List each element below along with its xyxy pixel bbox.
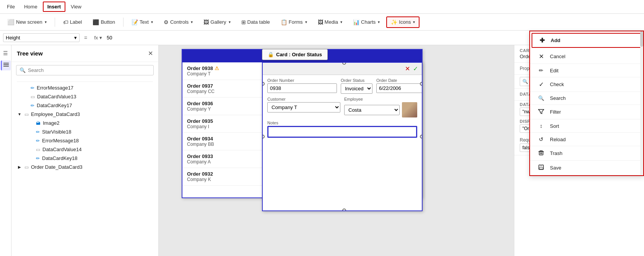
right-search-icon: 🔍 [522, 79, 528, 84]
icons-cancel-button[interactable]: ✕ Cancel [530, 49, 643, 64]
forms-btn-label: Forms [289, 19, 303, 25]
reload-icon: ↺ [537, 136, 545, 142]
search-icon: 🔍 [537, 95, 545, 101]
forms-icon: 📋 [281, 19, 287, 25]
order-status-field: Order Status Invoiced Closed Shipped New [341, 78, 372, 94]
order-date-input[interactable] [376, 83, 423, 93]
icons-check-button[interactable]: ✓ Check [530, 77, 643, 92]
employee-select[interactable]: Costa [344, 105, 400, 115]
hamburger-menu-button[interactable]: ☰ [1, 48, 11, 58]
tree-search-input[interactable] [28, 67, 150, 73]
card-icon: ▭ [24, 112, 29, 117]
gallery-button[interactable]: 🖼 Gallery ▾ [199, 17, 234, 28]
svg-rect-8 [540, 165, 542, 166]
formula-fx-button[interactable]: fx ▾ [92, 35, 104, 41]
resize-handle-bottom-mid[interactable] [342, 209, 346, 211]
icons-trash-button[interactable]: Trash [530, 146, 643, 161]
tree-item-DataCardKey17[interactable]: ✏ DataCardKey17 [11, 101, 158, 110]
trash-icon [537, 150, 545, 157]
charts-btn-label: Charts [361, 19, 376, 25]
text-button[interactable]: 📝 Text ▾ [127, 17, 157, 28]
forms-button[interactable]: 📋 Forms ▾ [276, 17, 311, 28]
icons-filter-button[interactable]: Filter [530, 105, 643, 119]
controls-chevron-icon: ▾ [191, 20, 193, 24]
resize-handle-mid-right[interactable] [420, 135, 423, 139]
order-number-input[interactable] [267, 83, 337, 93]
customer-label: Customer [267, 97, 340, 101]
charts-button[interactable]: 📊 Charts ▾ [349, 17, 384, 28]
add-icon: ✚ [538, 37, 546, 44]
button-button[interactable]: ⬛ Button [88, 17, 119, 28]
tree-item-Order-Date-DataCard3[interactable]: ▶ ▭ Order Date_DataCard3 [11, 163, 158, 171]
media-chevron-icon: ▾ [340, 20, 342, 24]
icons-button[interactable]: ✨ Icons ▾ [386, 16, 420, 28]
new-screen-label: New screen [16, 19, 42, 25]
detail-customer-row: Customer Company T Employee Costa [263, 95, 422, 119]
main-layout: ☰ Tree view ✕ 🔍 ✏ ErrorMessage17 [0, 45, 644, 256]
tree-item-StarVisible18[interactable]: ✏ StarVisible18 [11, 127, 158, 136]
tree-expand-icon: ▶ [17, 165, 22, 169]
icons-dropdown: ✚ Add ✕ Cancel ✏ Edit ✓ Check 🔍 Search F… [529, 31, 644, 176]
media-button[interactable]: 🖼 Media ▾ [314, 17, 346, 28]
formula-value[interactable]: 50 [107, 35, 112, 41]
sidebar-close-button[interactable]: ✕ [148, 50, 153, 57]
canvas-area: Northwind Orders Order 0938 ⚠ Company T … [159, 45, 514, 256]
icons-add-button[interactable]: ✚ Add [532, 33, 642, 48]
icons-save-button[interactable]: Save [530, 161, 643, 175]
edit-icon: ✏ [31, 85, 34, 91]
data-table-button[interactable]: ⊞ Data table [237, 17, 274, 28]
text-icon: 📝 [132, 19, 138, 25]
tree-item-Image2[interactable]: 🏔 Image2 [11, 119, 158, 127]
property-chevron-icon: ▾ [74, 35, 77, 41]
new-screen-button[interactable]: ⬜ New screen ▾ [3, 16, 51, 28]
menu-view[interactable]: View [67, 2, 85, 11]
gallery-chevron-icon: ▾ [229, 20, 231, 24]
data-table-btn-label: Data table [247, 19, 270, 25]
card-icon: ▭ [24, 165, 29, 170]
cancel-label: Cancel [550, 54, 565, 59]
svg-rect-0 [3, 64, 9, 65]
edit-icon: ✏ [537, 67, 545, 73]
resize-handle-top-right[interactable] [420, 82, 423, 86]
tree-item-Employee-DataCard3[interactable]: ▼ ▭ Employee_DataCard3 [11, 110, 158, 119]
icons-sort-button[interactable]: ↕ Sort [530, 119, 643, 133]
menu-home[interactable]: Home [20, 2, 41, 11]
icons-search-button[interactable]: 🔍 Search [530, 92, 643, 105]
controls-button[interactable]: ⚙ Controls ▾ [159, 17, 197, 28]
check-icon: ✓ [537, 81, 545, 88]
tree-item-DataCardValue13[interactable]: ▭ DataCardValue13 [11, 92, 158, 101]
tree-search-box[interactable]: 🔍 [16, 65, 154, 75]
customer-select[interactable]: Company T [267, 102, 340, 113]
icons-icon: ✨ [391, 19, 397, 25]
sidebar-header: Tree view ✕ [11, 45, 158, 62]
scrollbar-thumb [640, 31, 643, 47]
charts-icon: 📊 [353, 19, 359, 25]
tree-expand-icon: ▼ [17, 112, 22, 116]
menu-file[interactable]: File [3, 2, 19, 11]
image-icon: 🏔 [36, 121, 41, 126]
menu-insert[interactable]: Insert [43, 2, 65, 12]
tree-item-DataCardValue14[interactable]: ▭ DataCardValue14 [11, 145, 158, 154]
icons-btn-label: Icons [399, 19, 411, 25]
edit-icon: ✏ [36, 138, 40, 143]
icons-edit-button[interactable]: ✏ Edit [530, 64, 643, 77]
filter-label: Filter [550, 109, 561, 115]
tree-item-ErrorMessage17[interactable]: ✏ ErrorMessage17 [11, 83, 158, 92]
notes-input[interactable] [267, 126, 417, 138]
label-button[interactable]: 🏷 Label [59, 17, 86, 28]
tree-item-DataCardKey18[interactable]: ✏ DataCardKey18 [11, 154, 158, 163]
icons-reload-button[interactable]: ↺ Reload [530, 133, 643, 146]
formula-equals: = [82, 35, 89, 41]
property-selector[interactable]: Height ▾ [3, 33, 80, 42]
dropdown-scrollbar[interactable] [640, 31, 643, 175]
order-status-select[interactable]: Invoiced Closed Shipped New [341, 83, 372, 94]
edit-label: Edit [550, 68, 558, 73]
media-icon: 🖼 [318, 19, 323, 25]
svg-rect-1 [3, 66, 9, 67]
layers-button[interactable] [1, 60, 11, 70]
detail-confirm-button[interactable]: ✓ [413, 65, 418, 72]
detail-close-button[interactable]: ✕ [405, 65, 410, 72]
button-icon: ⬛ [93, 19, 99, 25]
tree-item-ErrorMessage18[interactable]: ✏ ErrorMessage18 [11, 136, 158, 145]
customer-field: Customer Company T [267, 97, 340, 117]
